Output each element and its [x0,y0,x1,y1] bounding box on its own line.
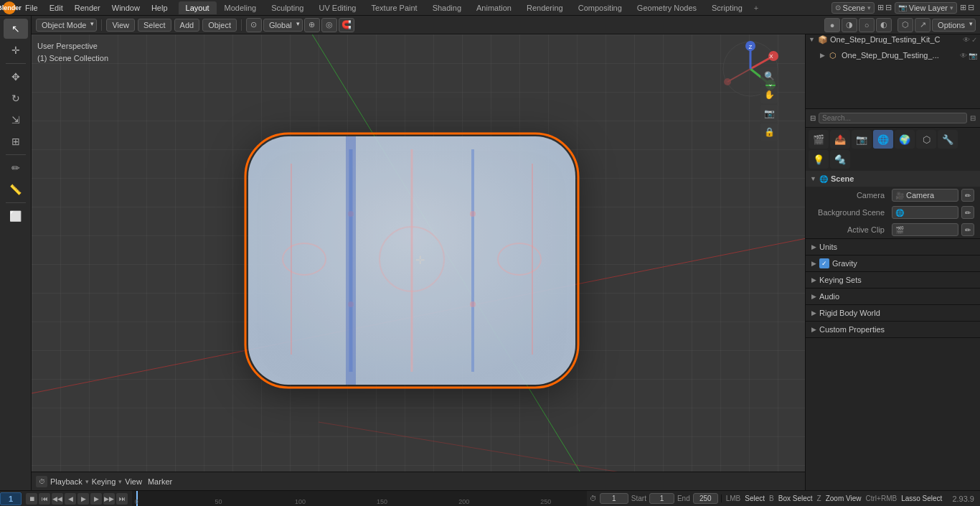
prop-tab-world[interactable]: 🌍 [895,130,915,149]
scene-name[interactable]: Scene [843,4,865,12]
first-frame-btn[interactable]: ⏮ [39,493,50,505]
lock-camera-btn[interactable]: 🔒 [760,123,778,141]
keying-menu[interactable]: Keying [92,477,116,486]
visibility-icon[interactable]: 👁 [963,36,970,44]
next-frame-btn[interactable]: ▶▶ [103,493,115,505]
prop-filter-btn[interactable]: ⊟ [970,114,976,122]
camera-btn[interactable]: 📷 [760,105,778,122]
tab-modeling[interactable]: Modeling [217,1,264,14]
tab-geometry-nodes[interactable]: Geometry Nodes [630,1,704,14]
tool-cursor[interactable]: ✛ [4,40,28,60]
background-scene-value[interactable]: 🌐 [892,206,958,219]
view-menu-timeline[interactable]: View [125,477,142,486]
prop-tab-object[interactable]: ⬡ [916,130,936,149]
zoom-to-fit-btn[interactable]: 🔍 [760,67,778,85]
transform-pivot[interactable]: ⊕ [304,18,320,32]
add-menu[interactable]: Add [174,19,200,32]
clip-eyedropper[interactable]: ✏ [961,223,974,236]
tool-add-cube[interactable]: ⬜ [4,206,28,226]
scene-section-header[interactable]: ▼ 🌐 Scene [806,171,980,187]
tab-sculpting[interactable]: Sculpting [264,1,311,14]
tab-animation[interactable]: Animation [469,1,519,14]
gravity-checkbox[interactable]: ✓ [819,258,829,268]
exclude-icon[interactable]: ✓ [971,36,977,44]
active-clip-value[interactable]: 🎬 [892,223,958,236]
timeline-type-btn[interactable]: ⏱ [36,476,47,487]
last-frame-btn[interactable]: ⏭ [116,493,128,505]
tab-texture-paint[interactable]: Texture Paint [364,1,424,14]
pivot-point-btn[interactable]: ⊙ [246,18,262,32]
rigid-body-header[interactable]: ▶ Rigid Body World [806,305,980,321]
viewport-gizmo[interactable]: X Y Z 🔍 ✋ 📷 🔒 [722,40,779,98]
next-keyframe-btn[interactable]: ▶ [90,493,102,505]
menu-render[interactable]: Render [70,2,105,14]
gravity-header[interactable]: ▶ ✓ Gravity [806,256,980,271]
shading-rendered[interactable]: ◐ [876,18,892,32]
tool-scale[interactable]: ⇲ [4,110,28,130]
object-mode-dropdown[interactable]: Object Mode [36,19,97,32]
show-gizmos[interactable]: ↗ [915,18,930,32]
object-icon: ⬡ [829,51,839,60]
tool-select[interactable]: ↖ [4,19,28,39]
show-overlays[interactable]: ⬡ [897,18,913,32]
marker-menu[interactable]: Marker [148,477,172,486]
obj-render-icon[interactable]: 📷 [969,52,977,60]
object-menu[interactable]: Object [202,19,237,32]
keying-sets-header[interactable]: ▶ Keying Sets [806,272,980,288]
current-frame-field[interactable]: 1 [600,493,628,504]
prop-tab-physics[interactable]: 🔩 [830,150,850,169]
tab-add[interactable]: + [750,2,762,14]
camera-eyedropper[interactable]: ✏ [961,189,974,202]
tool-rotate[interactable]: ↻ [4,88,28,108]
view-layer-name[interactable]: View Layer [909,4,948,12]
tool-transform[interactable]: ⊞ [4,131,28,151]
snap-btn[interactable]: 🧲 [339,18,354,32]
menu-file[interactable]: File [20,2,43,14]
viewport-3d[interactable]: ✛ User Perspective (1) Scene Collection … [32,34,805,490]
playback-menu[interactable]: Playback [50,477,83,486]
shading-render[interactable]: ○ [859,18,875,32]
obj-visibility-icon[interactable]: 👁 [960,52,967,60]
menu-help[interactable]: Help [146,2,173,14]
tool-annotate[interactable]: ✏ [4,158,28,178]
prop-tab-render[interactable]: 🎬 [809,130,829,149]
tab-compositing[interactable]: Compositing [571,1,629,14]
tab-uv-editing[interactable]: UV Editing [311,1,363,14]
shading-solid[interactable]: ● [824,18,840,32]
prop-tab-scene[interactable]: 🌐 [873,130,893,149]
prop-tab-modifier[interactable]: 🔧 [938,130,958,149]
outliner-item-object[interactable]: ▶ ⬡ One_Step_Drug_Testing_... 👁 📷 [806,47,980,63]
audio-header[interactable]: ▶ Audio [806,289,980,304]
prop-tab-output[interactable]: 📤 [830,130,850,149]
timeline-ruler-area[interactable]: 0 50 100 150 200 250 [132,491,587,507]
view-menu[interactable]: View [106,19,135,32]
prop-tab-view-layer[interactable]: 📷 [852,130,872,149]
start-frame-field[interactable]: 1 [649,493,674,504]
stop-btn[interactable]: ⏹ [26,493,37,505]
pan-btn[interactable]: ✋ [760,86,778,103]
prev-keyframe-btn[interactable]: ◀ [65,493,76,505]
tool-move[interactable]: ✥ [4,67,28,87]
shading-material[interactable]: ◑ [842,18,857,32]
tab-rendering[interactable]: Rendering [519,1,570,14]
options-btn[interactable]: Options [932,19,976,32]
bg-scene-eyedropper[interactable]: ✏ [961,206,974,219]
tab-scripting[interactable]: Scripting [705,1,750,14]
camera-value[interactable]: 🎥 Camera [892,189,958,202]
transform-orientation[interactable]: Global [263,19,303,32]
menu-edit[interactable]: Edit [44,2,68,14]
play-btn[interactable]: ▶ [77,493,89,505]
menu-window[interactable]: Window [107,2,145,14]
tool-measure[interactable]: 📏 [4,179,28,200]
custom-props-header[interactable]: ▶ Custom Properties [806,322,980,337]
properties-search-input[interactable] [819,113,967,123]
end-frame-field[interactable]: 250 [693,493,718,504]
units-header[interactable]: ▶ Units [806,239,980,255]
frame-number[interactable]: 1 [0,492,22,505]
select-menu[interactable]: Select [138,19,171,32]
prop-tab-particles[interactable]: 💡 [809,150,829,169]
tab-layout[interactable]: Layout [179,1,217,14]
prev-frame-btn[interactable]: ◀◀ [52,493,63,505]
tab-shading[interactable]: Shading [425,1,468,14]
proportional-edit[interactable]: ◎ [321,18,337,32]
